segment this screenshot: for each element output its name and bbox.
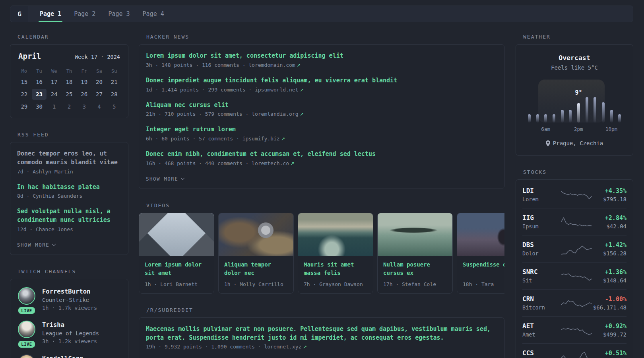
video-card-body: Nullam posuere cursus ex17h · Stefan Col… [378,256,452,293]
stock-values: +0.92%$499.72 [603,323,627,338]
chevron-down-icon [52,242,56,246]
videos-header: VIDEOS [146,202,504,208]
tab-page-4[interactable]: Page 4 [142,6,165,22]
hackernews-header: HACKER NEWS [146,34,504,40]
external-link-icon[interactable]: ↗ [295,62,301,68]
hackernews-item: Aliquam nec cursus elit21h · 710 points … [146,101,497,117]
video-title[interactable]: Lorem ipsum dolor sit amet consectetu… [145,261,208,278]
twitch-channel-row[interactable]: KendallCarr [17,354,121,358]
twitch-channel-meta: 1h · 1.7k viewers [42,305,97,311]
stock-name: Bitcorn [522,304,561,311]
stock-row[interactable]: DBSDolor+1.42%$156.28 [522,235,627,262]
map-pin-icon [546,140,550,146]
external-link-icon[interactable]: ↗ [299,111,304,117]
rss-item-title[interactable]: Donec tempor eros leo, ut commodo mauris… [17,150,121,167]
stock-sparkline [561,351,592,358]
stock-row[interactable]: CCSConsectetur+0.51%$165.84 [522,343,627,358]
weather-location-row: Prague, Czechia [524,140,625,146]
videos-row: Lorem ipsum dolor sit amet consectetu…1h… [139,213,504,294]
twitch-avatar-column: LIVE [17,287,36,314]
rss-widget: RSS FEED Donec tempor eros leo, ut commo… [10,132,128,255]
weather-bar-cell [533,97,542,123]
video-title[interactable]: Suspendisse diam [463,261,504,278]
subreddit-item: Maecenas mollis pulvinar erat non posuer… [146,325,497,350]
logo[interactable]: G [10,6,29,22]
calendar-day-selected: 23 [32,89,47,100]
external-link-icon[interactable]: ↗ [299,87,304,93]
stock-sparkline [561,324,592,337]
video-thumbnail-concrete-towers-sky [139,213,214,256]
hackernews-item-title[interactable]: Lorem ipsum dolor sit amet, consectetur … [146,52,497,60]
twitch-channel-game: Counter-Strike [42,297,97,303]
stock-symbol: SNRC [522,268,561,276]
video-card[interactable]: Mauris sit amet massa felis7h · Grayson … [298,213,373,294]
stock-price: $148.64 [603,277,627,284]
stock-row[interactable]: IIGIpsum+2.84%$42.04 [522,208,627,235]
weather-feels-like: Feels like 5°C [524,64,625,71]
calendar-weekday-row: MoTuWeThFrSaSu [17,66,122,76]
twitch-channel-name[interactable]: KendallCarr [42,355,83,358]
hackernews-item-title[interactable]: Donec imperdiet augue tincidunt felis al… [146,76,497,85]
stock-values: +2.84%$42.04 [605,214,627,230]
calendar-weekday: Th [62,66,77,76]
video-title[interactable]: Nullam posuere cursus ex [383,261,447,278]
calendar-weekday: Tu [32,66,47,76]
video-card[interactable]: Nullam posuere cursus ex17h · Stefan Col… [377,213,453,294]
stock-row[interactable]: CRNBitcorn-1.00%$66,171.48 [522,289,627,316]
video-card[interactable]: Lorem ipsum dolor sit amet consectetu…1h… [139,213,214,294]
hackernews-show-more-button[interactable]: SHOW MORE [146,176,184,182]
hackernews-item-meta: 1d · 1,414 points · 299 comments · ipsum… [146,87,497,93]
hackernews-item-meta: 16h · 468 points · 440 comments · loremt… [146,160,497,166]
stock-name: Lorem [522,196,561,202]
calendar-widget: CALENDAR April Week 17 · 2024 MoTuWeThFr… [10,34,128,118]
tab-page-2[interactable]: Page 2 [73,6,97,22]
calendar-day: 20 [92,76,107,88]
stock-symbol: IIG [522,214,561,222]
stock-identity: CRNBitcorn [522,295,561,311]
stock-identity: IIGIpsum [522,214,561,230]
hackernews-item-title[interactable]: Aliquam nec cursus elit [146,101,497,110]
twitch-channel-row[interactable]: LIVETrishaLeague of Legends3h · 1.2k vie… [17,321,121,348]
tab-page-1[interactable]: Page 1 [39,6,62,22]
stock-sparkline [561,189,592,201]
stock-sparkline [561,216,592,228]
calendar-day: 1 [47,101,62,112]
stock-identity: LDILorem [522,187,561,202]
weather-bar-cell [550,97,558,123]
twitch-channel-name[interactable]: Trisha [42,321,99,329]
video-title[interactable]: Aliquam tempor dolor nec pharetra… [224,261,288,278]
live-badge: LIVE [18,307,35,314]
avatar [18,287,35,305]
stock-row[interactable]: LDILorem+4.35%$795.18 [522,181,627,208]
video-title[interactable]: Mauris sit amet massa felis [304,261,367,278]
rss-item: In hac habitasse platea8d · Cynthia Saun… [17,183,121,199]
rss-item-title[interactable]: In hac habitasse platea [17,183,121,192]
tab-page-3[interactable]: Page 3 [107,6,131,22]
hackernews-item-title[interactable]: Integer eget rutrum lorem [146,125,497,134]
stock-row[interactable]: AETAmet+0.92%$499.72 [522,316,627,343]
rss-item-title[interactable]: Sed volutpat nulla nisl, a condimentum n… [17,207,121,225]
twitch-channel-row[interactable]: LIVEForrestBurtonCounter-Strike1h · 1.7k… [17,287,121,314]
video-card[interactable]: Aliquam tempor dolor nec pharetra…1h · M… [218,213,294,294]
weather-bar [553,114,555,123]
weather-bar [528,114,531,123]
weather-bar-cell [607,97,616,123]
dashboard-columns: CALENDAR April Week 17 · 2024 MoTuWeThFr… [0,34,644,358]
rss-show-more-button[interactable]: SHOW MORE [17,242,55,248]
video-card[interactable]: Suspendisse diam18h · Tara [457,213,504,294]
subreddit-item-title[interactable]: Maecenas mollis pulvinar erat non posuer… [146,325,497,342]
external-link-icon[interactable]: ↗ [280,136,285,142]
subreddit-widget: /R/SUBREDDIT Maecenas mollis pulvinar er… [139,307,504,358]
stock-values: +1.36%$148.64 [603,268,627,284]
twitch-channel-name[interactable]: ForrestBurton [42,288,97,295]
stock-symbol: CCS [522,349,561,357]
stock-change: +4.35% [603,187,627,195]
weather-bar [569,110,572,123]
weather-bar-cell [525,97,533,123]
external-link-icon[interactable]: ↗ [301,344,307,350]
external-link-icon[interactable]: ↗ [289,161,295,166]
calendar-weekday: Mo [17,66,32,76]
hackernews-item-title[interactable]: Donec enim nibh, condimentum et accumsan… [146,150,497,159]
stock-row[interactable]: SNRCSit+1.36%$148.64 [522,262,627,289]
twitch-channel-info: ForrestBurtonCounter-Strike1h · 1.7k vie… [42,287,97,314]
